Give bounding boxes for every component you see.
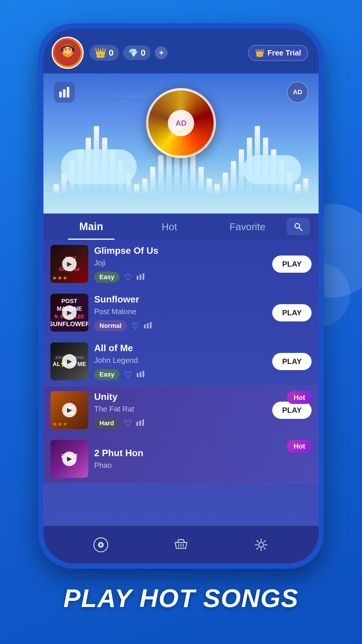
svg-rect-14 — [143, 273, 144, 280]
song-thumbnail: 2 PHUTHON ▶ — [50, 440, 88, 478]
song-thumbnail: JojiGlimpse ▶ ★ ★ ★ — [50, 245, 88, 283]
svg-rect-18 — [137, 373, 138, 377]
favorite-icon[interactable]: ♡ — [131, 321, 139, 331]
svg-rect-9 — [67, 87, 69, 97]
svg-rect-21 — [136, 422, 138, 426]
svg-point-30 — [259, 542, 263, 547]
svg-rect-8 — [63, 89, 66, 97]
sound-bar — [231, 161, 236, 196]
svg-rect-16 — [147, 323, 149, 328]
crown-value: 0 — [109, 48, 114, 58]
favorite-icon[interactable]: ♡ — [124, 272, 132, 282]
tagline: PLAY HOT SONGS — [46, 569, 316, 625]
hot-badge: Hot — [287, 440, 312, 453]
song-meta: Easy ♡ — [94, 369, 266, 380]
play-circle: ▶ — [62, 452, 77, 466]
svg-rect-23 — [142, 419, 144, 426]
gem-icon: 💎 — [128, 48, 138, 58]
top-bar: 👑 0 💎 0 + 👑 Free Trial — [43, 29, 319, 74]
play-button[interactable]: PLAY — [272, 353, 312, 370]
song-thumbnail: POST MALONEft. SWAE LEESUNFLOWER ▶ — [50, 294, 88, 332]
stats-button[interactable] — [54, 82, 75, 103]
sound-bar — [54, 184, 59, 196]
svg-rect-7 — [59, 92, 62, 97]
favorite-icon[interactable]: ♡ — [124, 418, 132, 428]
song-title: Unity — [94, 391, 266, 402]
hero-area: AD AD — [43, 74, 319, 214]
crown-icon: 👑 — [95, 47, 106, 58]
play-circle: ▶ — [62, 257, 77, 271]
difficulty-badge: Easy — [94, 369, 120, 380]
tab-main[interactable]: Main — [52, 214, 130, 240]
song-artist: John Legend — [94, 356, 266, 365]
song-thumbnail: JOHN LEGEND AL⭐OF ME ▶ — [50, 342, 88, 380]
currency-group: 👑 0 💎 0 + — [89, 45, 242, 61]
svg-rect-22 — [139, 421, 141, 426]
song-info: Glimpse Of Us Joji Easy ♡ — [94, 245, 266, 283]
phone-frame: 👑 0 💎 0 + 👑 Free Trial — [38, 23, 324, 569]
song-artist: The Fat Rat — [94, 405, 266, 414]
sound-bar — [134, 184, 139, 196]
song-title: Sunflower — [94, 294, 266, 305]
svg-rect-15 — [144, 324, 146, 328]
sound-bar — [223, 173, 228, 196]
song-title: Glimpse Of Us — [94, 245, 266, 256]
ad-button[interactable]: AD — [287, 82, 308, 103]
play-circle: ▶ — [62, 305, 77, 320]
add-currency-button[interactable]: + — [155, 46, 168, 59]
song-title: All of Me — [94, 343, 266, 354]
song-info: Unity The Fat Rat Hard ♡ — [94, 391, 266, 429]
nav-store[interactable] — [173, 537, 189, 552]
song-meta: Easy ♡ — [94, 272, 266, 283]
song-artist: Joji — [94, 258, 266, 267]
song-info: 2 Phut Hon Phao — [94, 448, 312, 470]
gem-value: 0 — [141, 48, 146, 58]
free-trial-crown-icon: 👑 — [255, 48, 264, 57]
play-circle: ▶ — [62, 403, 77, 417]
sound-bar — [295, 184, 301, 196]
sound-bar — [198, 167, 204, 196]
song-thumbnail: TheRat ▶ ★ ★ ★ — [50, 391, 88, 429]
play-button[interactable]: PLAY — [272, 256, 312, 273]
stats-icon[interactable] — [136, 419, 145, 428]
song-item: TheRat ▶ ★ ★ ★ Unity The Fat Rat H — [43, 386, 319, 435]
song-info: All of Me John Legend Easy ♡ — [94, 343, 266, 380]
difficulty-badge: Easy — [94, 272, 120, 283]
vinyl-center-label: AD — [168, 110, 194, 136]
svg-rect-12 — [137, 276, 138, 280]
gem-currency: 💎 0 — [123, 46, 151, 60]
svg-point-26 — [100, 544, 102, 546]
cloud-right — [243, 155, 301, 184]
tab-hot[interactable]: Hot — [130, 214, 208, 240]
cloud-left — [61, 149, 137, 184]
avatar[interactable] — [52, 37, 84, 69]
play-circle: ▶ — [62, 354, 77, 369]
sound-bar — [207, 178, 212, 196]
sound-bar — [190, 155, 196, 196]
play-button[interactable]: PLAY — [272, 304, 312, 321]
favorite-icon[interactable]: ♡ — [124, 370, 132, 380]
free-trial-button[interactable]: 👑 Free Trial — [248, 45, 308, 61]
difficulty-badge: Normal — [94, 320, 127, 331]
song-meta: Hard ♡ — [94, 418, 266, 429]
sound-bar — [150, 167, 155, 196]
nav-music[interactable] — [93, 537, 108, 552]
stats-icon[interactable] — [137, 370, 145, 379]
vinyl-disc[interactable]: AD — [146, 88, 216, 158]
stats-icon[interactable] — [137, 272, 145, 282]
play-button[interactable]: PLAY — [272, 402, 312, 419]
stats-icon[interactable] — [144, 321, 152, 330]
svg-rect-17 — [150, 322, 152, 328]
song-title: 2 Phut Hon — [94, 448, 312, 459]
svg-line-11 — [299, 228, 302, 230]
sound-bar — [303, 178, 308, 196]
song-item: 2 PHUTHON ▶ 2 Phut Hon Phao Hot — [43, 435, 319, 483]
song-list: JojiGlimpse ▶ ★ ★ ★ Glimpse Of Us Joji — [43, 240, 319, 526]
sound-bar — [158, 155, 164, 196]
tabs-bar: Main Hot Favorite — [43, 214, 319, 240]
svg-rect-20 — [143, 371, 144, 377]
search-button[interactable] — [287, 218, 310, 235]
tab-favorite[interactable]: Favorite — [208, 214, 287, 240]
song-artist: Post Malone — [94, 307, 266, 316]
nav-settings[interactable] — [254, 537, 269, 552]
